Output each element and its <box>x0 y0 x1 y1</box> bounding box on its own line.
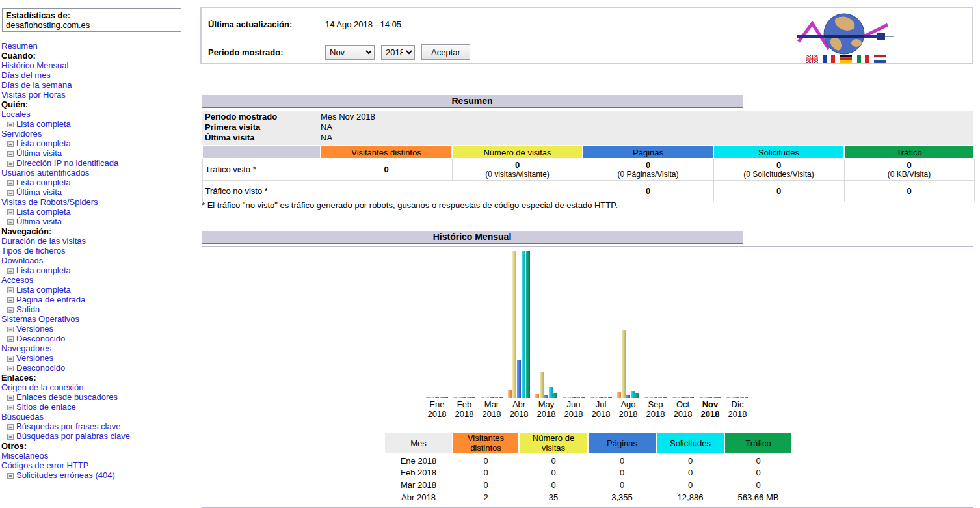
flag-de-icon[interactable] <box>840 55 852 63</box>
menu-link[interactable]: Duración de las visitas <box>1 236 86 246</box>
bar-p-ginas <box>572 397 576 398</box>
bar-solicitudes <box>713 397 717 398</box>
bar-n-mero-de-visitas <box>649 397 653 398</box>
monthly-bar-chart <box>202 247 973 398</box>
menu-link[interactable]: Navegadores <box>1 343 51 353</box>
year-select[interactable]: 2018 <box>381 45 415 60</box>
bar-group-nov <box>699 397 722 398</box>
bar-tr-fico <box>663 397 667 398</box>
sidebar-menu: ResumenCuándo:Histórico MensualDías del … <box>1 41 130 480</box>
menu-link[interactable]: Lista completa <box>16 119 71 129</box>
menu-link[interactable]: Tipos de ficheros <box>1 246 66 256</box>
detail-page-icon <box>7 209 14 215</box>
bar-visitantes-distintos <box>481 397 484 398</box>
menu-link[interactable]: Desconocido <box>16 334 65 343</box>
menu-link[interactable]: Usuarios autentificados <box>1 168 89 178</box>
menu-link[interactable]: Versiones <box>16 353 53 363</box>
menu-section-header: Quién: <box>1 100 130 109</box>
menu-link[interactable]: Histórico Mensual <box>1 60 68 70</box>
detail-page-icon <box>7 161 14 167</box>
menu-link[interactable]: Página de entrada <box>16 295 85 304</box>
menu-link[interactable]: Lista completa <box>16 178 71 187</box>
detail-page-icon <box>7 395 14 401</box>
month-select[interactable]: Nov <box>325 45 375 60</box>
menu-link[interactable]: Servidores <box>1 129 42 139</box>
menu-link[interactable]: Versiones <box>16 324 53 334</box>
detail-page-icon <box>7 190 14 196</box>
monthly-table-row: Ene 201800000 <box>384 454 792 466</box>
menu-link[interactable]: Sitios de enlace <box>16 402 76 412</box>
monthly-table-cell: 0 <box>588 466 656 479</box>
flag-nl-icon[interactable] <box>874 55 886 63</box>
menu-link[interactable]: Última visita <box>16 148 62 158</box>
menu-link[interactable]: Origen de la conexión <box>1 382 83 392</box>
x-axis-label: Mar2018 <box>476 399 507 419</box>
detail-page-icon <box>7 141 14 147</box>
menu-link[interactable]: Búsquedas por frases clave <box>16 421 120 431</box>
bar-tr-fico <box>471 397 475 398</box>
language-flags <box>806 55 886 63</box>
menu-link[interactable]: Dirección IP no identificada <box>16 158 118 168</box>
menu-link[interactable]: Resumen <box>1 41 38 51</box>
menu-link[interactable]: Búsquedas por palabras clave <box>16 431 130 441</box>
monthly-table-cell: 17.47 MB <box>724 503 792 508</box>
menu-link[interactable]: Misceláneos <box>1 451 48 461</box>
bar-visitantes-distintos <box>453 397 457 398</box>
detail-page-icon <box>7 327 14 332</box>
bar-solicitudes <box>549 387 553 398</box>
monthly-table-cell: 0 <box>519 479 588 491</box>
x-axis-label: Abr2018 <box>503 399 535 419</box>
bar-n-mero-de-visitas <box>512 251 516 398</box>
monthly-table-row: Mar 201800000 <box>384 479 792 491</box>
monthly-table-cell: 0 <box>656 479 724 491</box>
menu-link[interactable]: Días de la semana <box>1 80 72 90</box>
monthly-table-cell: 2 <box>453 491 519 503</box>
bar-p-ginas <box>517 360 521 398</box>
menu-link[interactable]: Accesos <box>1 275 33 285</box>
accept-button[interactable]: Aceptar <box>421 44 470 60</box>
x-axis-label: Sep2018 <box>640 399 671 419</box>
menu-link[interactable]: Visitas por Horas <box>1 90 66 100</box>
bar-n-mero-de-visitas <box>458 397 462 398</box>
menu-link[interactable]: Códigos de error HTTP <box>1 461 88 470</box>
menu-link[interactable]: Días del mes <box>1 70 51 80</box>
menu-link[interactable]: Lista completa <box>16 265 71 275</box>
summary-info-row: Primera visitaNA <box>205 122 973 133</box>
menu-link[interactable]: Sistemas Operativos <box>1 314 79 324</box>
flag-fr-icon[interactable] <box>823 55 835 63</box>
menu-link[interactable]: Última visita <box>16 187 62 197</box>
menu-link[interactable]: Salida <box>16 304 40 314</box>
bar-group-mar <box>481 397 503 398</box>
seen-traffic-label: Tráfico visto * <box>202 159 321 180</box>
bar-p-ginas <box>626 395 630 398</box>
bar-visitantes-distintos <box>563 397 566 398</box>
menu-link[interactable]: Enlaces desde buscadores <box>16 392 118 402</box>
menu-link[interactable]: Solicitudes erróneas (404) <box>16 470 115 480</box>
flag-it-icon[interactable] <box>857 55 869 63</box>
x-axis-label: Jul2018 <box>585 399 616 419</box>
flag-en-icon[interactable] <box>806 55 818 63</box>
bar-visitantes-distintos <box>426 397 430 398</box>
monthly-table-cell: Ene 2018 <box>384 454 453 466</box>
menu-link[interactable]: Lista completa <box>16 285 71 295</box>
menu-link[interactable]: Lista completa <box>16 139 71 148</box>
summary-footnote: * El tráfico "no visto" es tráfico gener… <box>202 200 618 210</box>
x-axis-label: Nov2018 <box>695 399 726 419</box>
menu-link[interactable]: Visitas de Robots/Spiders <box>1 197 98 207</box>
menu-section-header: Cuándo: <box>1 51 130 60</box>
summary-info-row: Periodo mostradoMes Nov 2018 <box>205 112 973 122</box>
menu-link[interactable]: Lista completa <box>16 207 71 217</box>
menu-link[interactable]: Downloads <box>1 256 43 265</box>
monthly-column-header: Tráfico <box>724 432 792 454</box>
bar-p-ginas <box>735 397 739 398</box>
monthly-table-row: May 20181622685617.47 MB <box>384 503 792 508</box>
menu-link[interactable]: Última visita <box>16 217 62 226</box>
menu-link[interactable]: Locales <box>1 109 31 119</box>
monthly-table-cell: 0 <box>519 466 588 479</box>
monthly-table-cell: 35 <box>519 491 588 503</box>
menu-link[interactable]: Desconocido <box>16 363 65 373</box>
menu-link[interactable]: Búsquedas <box>1 412 44 421</box>
detail-page-icon <box>7 366 14 371</box>
bar-n-mero-de-visitas <box>622 330 626 398</box>
menu-section-header: Otros: <box>1 441 130 451</box>
